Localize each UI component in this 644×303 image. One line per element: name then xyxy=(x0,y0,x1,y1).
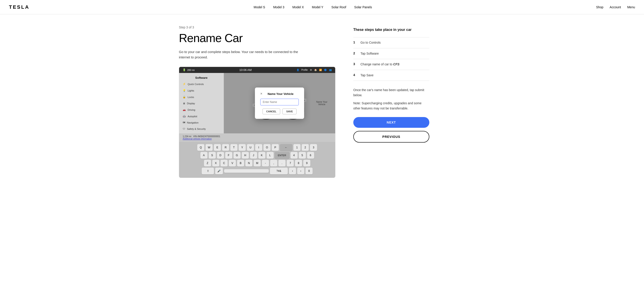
step-num-1: 1 xyxy=(353,41,357,44)
key-e[interactable]: E xyxy=(214,144,221,151)
key-f[interactable]: F xyxy=(225,152,232,159)
name-vehicle-dialog: × Name Your Vehicle CANCEL SAVE xyxy=(255,88,304,119)
key-s[interactable]: S xyxy=(209,152,216,159)
dialog-close-button[interactable]: × xyxy=(260,92,262,96)
key-q[interactable]: Q xyxy=(197,144,204,151)
key-period[interactable]: . xyxy=(278,160,286,166)
step-text-4: Tap Save xyxy=(360,73,374,78)
safety-icon: 🛡 xyxy=(183,128,185,130)
step-item-3: 3 Change name of car to CFS xyxy=(353,59,429,70)
key-t[interactable]: T xyxy=(230,144,238,151)
key-1[interactable]: 1 xyxy=(294,144,300,151)
key-dash[interactable]: - xyxy=(262,160,269,166)
next-button[interactable]: NEXT xyxy=(353,117,429,128)
settings-icon: ⚙ xyxy=(310,69,312,71)
key-0[interactable]: 0 xyxy=(306,168,312,174)
key-enter[interactable]: ENTER xyxy=(275,152,289,159)
nav-shop[interactable]: Shop xyxy=(596,5,604,9)
sidebar-display[interactable]: 🖥 Display xyxy=(179,100,224,107)
car-time: 10:06 AM xyxy=(239,68,252,72)
key-n[interactable]: N xyxy=(245,160,252,166)
page-description: Go to your car and complete steps below.… xyxy=(179,49,302,60)
key-d[interactable]: D xyxy=(217,152,224,159)
page-title: Rename Car xyxy=(179,31,336,45)
key-i[interactable]: I xyxy=(255,144,262,151)
key-h[interactable]: H xyxy=(242,152,249,159)
step-item-2: 2 Tap Software xyxy=(353,48,429,59)
lights-icon: 💡 xyxy=(183,89,186,92)
previous-button[interactable]: PREVIOUS xyxy=(353,131,429,143)
key-r[interactable]: R xyxy=(222,144,229,151)
dialog-title: Name Your Vehicle xyxy=(268,92,294,96)
key-p[interactable]: P xyxy=(272,144,279,151)
battery-icon: 🔋 xyxy=(183,69,186,71)
nav-model-x[interactable]: Model X xyxy=(292,5,304,9)
key-2[interactable]: 2 xyxy=(302,144,309,151)
key-arrow-left[interactable]: ‹ xyxy=(289,168,296,174)
profile-icon: 👤 xyxy=(296,69,299,71)
key-shift[interactable]: ⇧ xyxy=(202,168,214,174)
sidebar-navigation[interactable]: 🗺 Navigation xyxy=(179,120,224,126)
key-3[interactable]: 3 xyxy=(310,144,317,151)
sidebar-driving[interactable]: 🚗 Driving xyxy=(179,107,224,113)
dialog-action-buttons: CANCEL SAVE xyxy=(260,109,299,114)
key-y[interactable]: Y xyxy=(238,144,246,151)
nav-model-s[interactable]: Model S xyxy=(254,5,265,9)
dialog-cancel-button[interactable]: CANCEL xyxy=(262,109,280,114)
key-6[interactable]: 6 xyxy=(307,152,314,159)
key-4[interactable]: 4 xyxy=(290,152,298,159)
nav-links: Model S Model 3 Model X Model Y Solar Ro… xyxy=(254,5,372,9)
wifi-icon: 📶 xyxy=(319,69,322,71)
key-mic[interactable]: 🎤 xyxy=(215,168,223,174)
car-mileage: 1,234 mi xyxy=(183,135,191,138)
key-w[interactable]: W xyxy=(206,144,213,151)
notes-section: Once the car's name has been updated, ta… xyxy=(353,88,429,111)
bluetooth-icon: 🔵 xyxy=(324,69,327,71)
step-num-4: 4 xyxy=(353,73,357,77)
key-comma[interactable]: , xyxy=(270,160,277,166)
nav-solar-roof[interactable]: Solar Roof xyxy=(332,5,346,9)
steps-title: These steps take place in your car xyxy=(353,28,429,32)
passenger-icon: 👥 xyxy=(329,69,332,71)
nav-model-y[interactable]: Model Y xyxy=(312,5,323,9)
key-m[interactable]: M xyxy=(254,160,261,166)
key-z[interactable]: Z xyxy=(204,160,211,166)
additional-vehicle-info-link[interactable]: Additional vehicle information xyxy=(183,138,212,140)
key-special[interactable]: ?#& xyxy=(270,168,288,174)
nav-solar-panels[interactable]: Solar Panels xyxy=(354,5,372,9)
dialog-save-button[interactable]: SAVE xyxy=(282,109,296,114)
key-u[interactable]: U xyxy=(247,144,254,151)
nav-account[interactable]: Account xyxy=(610,5,621,9)
sidebar-lights[interactable]: 💡 Lights xyxy=(179,87,224,94)
nav-model-3[interactable]: Model 3 xyxy=(273,5,284,9)
key-8[interactable]: 8 xyxy=(295,160,302,166)
key-5[interactable]: 5 xyxy=(299,152,306,159)
profile-label: Profile xyxy=(302,69,308,71)
sidebar-locks[interactable]: 🔒 Locks xyxy=(179,94,224,100)
key-b[interactable]: B xyxy=(237,160,244,166)
key-g[interactable]: G xyxy=(234,152,240,159)
key-c[interactable]: C xyxy=(220,160,228,166)
key-a[interactable]: A xyxy=(200,152,208,159)
step-label: Step 3 of 3 xyxy=(179,26,336,29)
car-sidebar: Software ⚡ Quick Controls 💡 Lights 🔒 Loc… xyxy=(179,73,224,133)
nav-menu[interactable]: Menu xyxy=(627,5,635,9)
keyboard-bottom-row: ⇧ 🎤 ?#& ‹ › 0 xyxy=(180,168,334,174)
key-9[interactable]: 9 xyxy=(303,160,310,166)
key-backspace[interactable]: ← xyxy=(280,144,292,151)
key-v[interactable]: V xyxy=(229,160,236,166)
key-o[interactable]: O xyxy=(264,144,270,151)
sidebar-autopilot[interactable]: 🤖 Autopilot xyxy=(179,113,224,120)
sidebar-safety[interactable]: 🛡 Safety & Security xyxy=(179,126,224,132)
key-x[interactable]: X xyxy=(212,160,219,166)
car-main-area: OPEN OPEN Name Your Vehicle × xyxy=(224,73,335,133)
key-j[interactable]: J xyxy=(250,152,257,159)
sidebar-quick-controls[interactable]: ⚡ Quick Controls xyxy=(179,81,224,87)
vehicle-name-input[interactable] xyxy=(260,99,299,105)
key-arrow-right[interactable]: › xyxy=(297,168,304,174)
key-l[interactable]: L xyxy=(266,152,274,159)
key-space[interactable] xyxy=(224,169,269,173)
key-k[interactable]: K xyxy=(258,152,266,159)
nav-right: Shop Account Menu xyxy=(596,5,635,9)
key-7[interactable]: 7 xyxy=(287,160,294,166)
